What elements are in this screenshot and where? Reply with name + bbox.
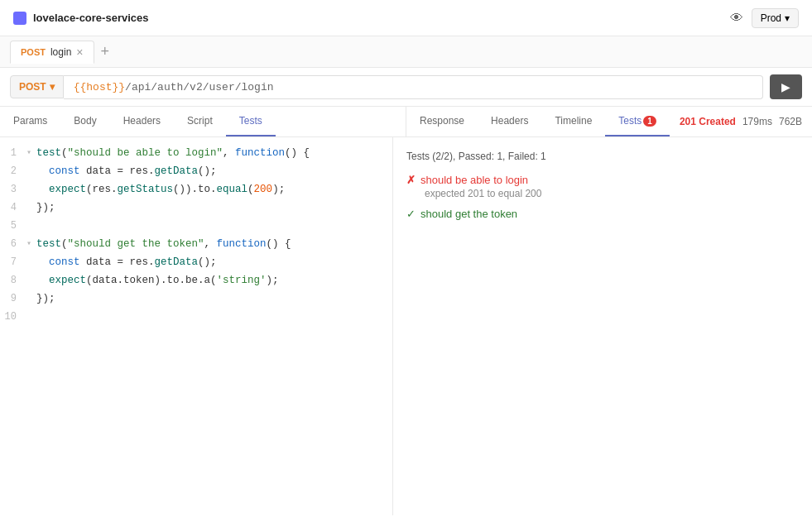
tab-headers-left[interactable]: Headers (110, 107, 174, 136)
line-num-10: 10 (0, 309, 26, 325)
app-title: lovelace-core-services (33, 12, 148, 24)
title-bar: lovelace-core-services 👁 Prod ▾ (0, 0, 812, 36)
tab-method: POST (21, 47, 46, 57)
code-line-10: 10 (0, 308, 392, 326)
code-line-2: 2 const data = res.getData(); (0, 162, 392, 180)
tabs-bar: POST login × + (0, 36, 812, 68)
title-bar-left: lovelace-core-services (13, 12, 148, 25)
tab-name: login (50, 46, 71, 58)
line-num-5: 5 (0, 218, 26, 234)
env-label: Prod (761, 12, 781, 24)
line-num-2: 2 (0, 163, 26, 180)
code-line-1: 1 ▾ test("should be able to login", func… (0, 144, 392, 162)
tab-script[interactable]: Script (174, 107, 226, 136)
line-arrow-2 (26, 163, 36, 165)
status-code: 201 Created (680, 116, 736, 127)
line-code-4: }); (36, 199, 55, 216)
line-arrow-8 (26, 272, 36, 275)
line-code-3: expect(res.getStatus()).to.equal(200); (36, 181, 285, 198)
results-panel: Tests (2/2), Passed: 1, Failed: 1 ✗ shou… (393, 137, 812, 515)
code-line-9: 9 }); (0, 290, 392, 308)
code-editor[interactable]: 1 ▾ test("should be able to login", func… (0, 137, 393, 515)
line-code-1: test("should be able to login", function… (36, 145, 310, 161)
line-arrow-4 (26, 199, 36, 202)
url-host-part: {{host}} (74, 81, 125, 93)
line-code-6: test("should get the token", function() … (36, 236, 291, 252)
fail-label: should be able to login (420, 174, 528, 186)
code-line-8: 8 expect(data.token).to.be.a('string'); (0, 271, 392, 290)
status-info: 201 Created 179ms 762B (670, 116, 812, 127)
preview-button[interactable]: 👁 (730, 11, 743, 26)
line-num-6: 6 (0, 236, 26, 252)
sub-tabs: Params Body Headers Script Tests Respons… (0, 107, 812, 137)
line-arrow-10 (26, 309, 36, 311)
tab-params[interactable]: Params (0, 107, 60, 136)
results-summary: Tests (2/2), Passed: 1, Failed: 1 (406, 151, 799, 162)
title-bar-right: 👁 Prod ▾ (730, 8, 799, 28)
line-arrow-9 (26, 290, 36, 293)
line-arrow-6: ▾ (26, 236, 36, 248)
add-tab-button[interactable]: + (94, 43, 117, 60)
tab-post-login[interactable]: POST login × (10, 41, 94, 64)
line-code-9: }); (36, 290, 55, 307)
line-arrow-3 (26, 181, 36, 184)
line-num-1: 1 (0, 145, 26, 161)
line-code-7: const data = res.getData(); (36, 254, 217, 270)
fail-detail: expected 201 to equal 200 (406, 188, 799, 199)
tests-badge: 1 (643, 116, 656, 127)
line-num-3: 3 (0, 181, 26, 198)
tab-close-button[interactable]: × (76, 46, 83, 58)
test-fail-container: ✗ should be able to login expected 201 t… (406, 174, 799, 199)
code-line-3: 3 expect(res.getStatus()).to.equal(200); (0, 180, 392, 199)
line-num-9: 9 (0, 290, 26, 307)
pass-label: should get the token (420, 208, 517, 220)
code-line-4: 4 }); (0, 199, 392, 217)
code-line-5: 5 (0, 217, 392, 235)
line-code-8: expect(data.token).to.be.a('string'); (36, 272, 279, 289)
url-input[interactable]: {{host}}/api/auth/v2/user/login (64, 75, 763, 99)
tab-tests-right[interactable]: Tests1 (605, 107, 670, 136)
test-pass-container: ✓ should get the token (406, 208, 799, 220)
fail-icon: ✗ (406, 174, 416, 186)
line-arrow-7 (26, 254, 36, 256)
line-arrow-1: ▾ (26, 145, 36, 157)
tab-response[interactable]: Response (406, 107, 478, 136)
env-chevron-icon: ▾ (785, 12, 790, 24)
env-selector[interactable]: Prod ▾ (752, 8, 799, 28)
send-button[interactable]: ▶ (770, 74, 802, 99)
test-result-pass: ✓ should get the token (406, 208, 799, 220)
method-chevron-icon: ▾ (50, 81, 55, 93)
sub-tabs-left: Params Body Headers Script Tests (0, 107, 406, 136)
line-num-4: 4 (0, 199, 26, 216)
tab-headers-right[interactable]: Headers (478, 107, 541, 136)
tab-tests-left[interactable]: Tests (226, 107, 276, 136)
code-line-6: 6 ▾ test("should get the token", functio… (0, 235, 392, 253)
pass-icon: ✓ (406, 208, 416, 220)
tab-body[interactable]: Body (60, 107, 109, 136)
status-size: 762B (779, 116, 802, 127)
tab-timeline[interactable]: Timeline (541, 107, 605, 136)
line-arrow-5 (26, 218, 36, 220)
sub-tabs-right: Response Headers Timeline Tests1 201 Cre… (406, 107, 812, 136)
method-label: POST (19, 81, 46, 93)
line-num-8: 8 (0, 272, 26, 289)
line-num-7: 7 (0, 254, 26, 270)
method-select[interactable]: POST ▾ (10, 75, 64, 98)
test-fail-line: ✗ should be able to login (406, 174, 799, 186)
app-icon (13, 12, 26, 25)
url-bar: POST ▾ {{host}}/api/auth/v2/user/login ▶ (0, 68, 812, 107)
test-result-fail: ✗ should be able to login expected 201 t… (406, 174, 799, 199)
status-time: 179ms (742, 116, 772, 127)
send-icon: ▶ (781, 80, 790, 93)
line-code-2: const data = res.getData(); (36, 163, 217, 180)
content-area: 1 ▾ test("should be able to login", func… (0, 137, 812, 515)
url-path-part: /api/auth/v2/user/login (125, 81, 273, 93)
code-line-7: 7 const data = res.getData(); (0, 253, 392, 271)
